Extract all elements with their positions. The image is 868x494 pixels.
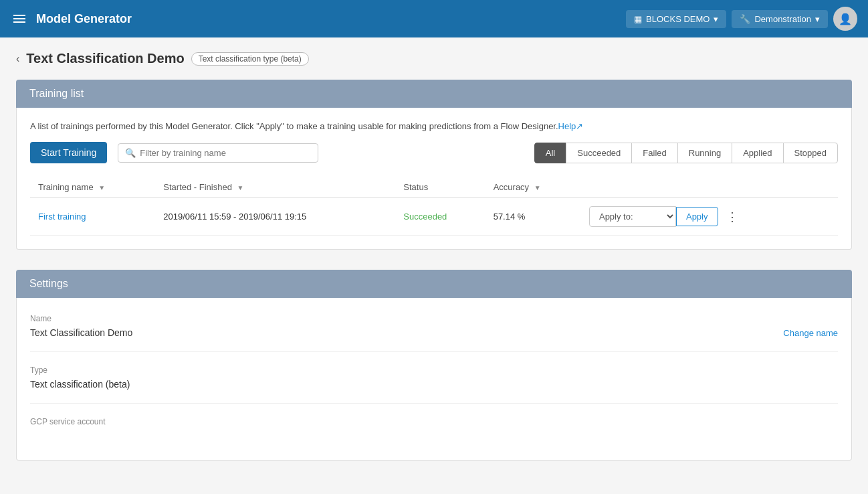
page-content: ‹ Text Classification Demo Text classifi… [0,37,868,494]
cell-training-name: First training [30,198,155,236]
sort-icon: ▼ [237,184,244,191]
name-label: Name [30,314,838,323]
sort-icon: ▼ [534,184,541,191]
workspace-chevron-icon: ▾ [714,14,718,24]
nav-right: ▦ BLOCKS DEMO ▾ 🔧 Demonstration ▾ 👤 [626,7,857,31]
settings-header: Settings [16,270,852,298]
name-value: Text Classification Demo [30,327,132,338]
apply-button[interactable]: Apply [676,207,718,226]
avatar-icon: 👤 [839,13,852,25]
training-table: Training name ▼ Started - Finished ▼ Sta… [30,177,838,236]
col-actions [581,177,838,198]
table-row: First training 2019/06/11 15:59 - 2019/0… [30,198,838,236]
type-badge: Text classification type (beta) [191,52,309,66]
type-value: Text classification (beta) [30,379,838,390]
cell-accuracy: 57.14 % [485,198,581,236]
col-accuracy: Accuracy ▼ [485,177,581,198]
workspace-label: BLOCKS DEMO [646,14,710,24]
name-row-inner: Text Classification Demo Change name [30,327,838,338]
settings-title: Settings [29,278,68,289]
change-name-link[interactable]: Change name [783,328,838,338]
help-link[interactable]: Help↗ [558,121,584,131]
table-header-row: Training name ▼ Started - Finished ▼ Sta… [30,177,838,198]
search-box: 🔍 [118,143,318,163]
type-label: Type [30,365,838,375]
sort-icon: ▼ [98,184,105,191]
training-list-section: Training list A list of trainings perfor… [16,80,852,250]
col-started-finished: Started - Finished ▼ [155,177,395,198]
filter-tab-running[interactable]: Running [677,143,732,163]
training-list-header: Training list [16,80,852,108]
breadcrumb: ‹ Text Classification Demo Text classifi… [16,51,852,66]
wrench-icon: 🔧 [740,14,750,24]
top-navigation: Model Generator ▦ BLOCKS DEMO ▾ 🔧 Demons… [0,0,868,37]
cell-started-finished: 2019/06/11 15:59 - 2019/06/11 19:15 [155,198,395,236]
filter-tab-failed[interactable]: Failed [631,143,677,163]
cell-status: Succeeded [395,198,485,236]
start-training-button[interactable]: Start Training [30,142,107,163]
gcp-label: GCP service account [30,417,838,426]
settings-section: Settings Name Text Classification Demo C… [16,270,852,461]
hamburger-menu[interactable] [11,12,28,25]
page-title: Text Classification Demo [26,51,184,66]
user-chevron-icon: ▾ [815,14,820,24]
app-title: Model Generator [36,12,132,26]
user-button[interactable]: 🔧 Demonstration ▾ [732,10,828,28]
description-text: A list of trainings performed by this Mo… [30,121,558,131]
settings-body: Name Text Classification Demo Change nam… [16,298,852,461]
filter-tab-all[interactable]: All [534,143,566,163]
apply-to-select[interactable]: Apply to: [589,206,676,227]
training-list-title: Training list [29,88,84,99]
training-description: A list of trainings performed by this Mo… [30,121,838,131]
grid-icon: ▦ [634,14,642,24]
more-options-button[interactable]: ⋮ [721,207,744,227]
filter-tab-stopped[interactable]: Stopped [783,143,838,163]
name-field: Name Text Classification Demo Change nam… [30,314,838,352]
cell-actions: Apply to: Apply ⋮ [581,198,838,236]
filter-tab-applied[interactable]: Applied [732,143,783,163]
workspace-button[interactable]: ▦ BLOCKS DEMO ▾ [626,10,726,28]
status-badge: Succeeded [403,212,447,222]
search-input[interactable] [140,148,311,158]
filter-tabs: AllSucceededFailedRunningAppliedStopped [535,143,838,163]
avatar[interactable]: 👤 [833,7,857,31]
col-status: Status [395,177,485,198]
col-training-name: Training name ▼ [30,177,155,198]
user-label: Demonstration [754,14,811,24]
apply-group: Apply to: Apply [589,206,718,227]
filter-tab-succeeded[interactable]: Succeeded [566,143,632,163]
type-field: Type Text classification (beta) [30,365,838,404]
back-button[interactable]: ‹ [16,53,19,65]
training-name-link[interactable]: First training [38,212,86,222]
training-list-body: A list of trainings performed by this Mo… [16,108,852,250]
search-icon: 🔍 [125,148,136,158]
gcp-field: GCP service account [30,417,838,444]
toolbar: Start Training 🔍 AllSucceededFailedRunni… [30,142,838,163]
action-cell: Apply to: Apply ⋮ [589,206,830,227]
nav-left: Model Generator [11,12,132,26]
